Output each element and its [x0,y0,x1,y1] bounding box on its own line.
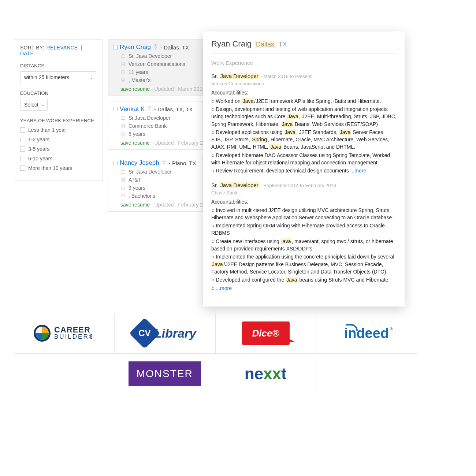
distance-value: within 25 kilometers [24,74,69,80]
accountabilities-heading: Accountabilities: [211,198,397,205]
accountability-item: Developed hibernate DAO Accessor Classes… [211,152,397,167]
job-dates: - March 2016 to Present [259,74,312,79]
work-experience-heading: Work Experience [211,59,397,67]
accountabilities-heading: Accountabilities: [211,89,397,96]
graduation-icon [120,78,126,83]
company-name: Commerce Bank [129,123,167,129]
svg-point-4 [149,107,150,108]
sort-by-label: SORT BY: [20,45,44,51]
candidate-name-link[interactable]: Ryan Craig [120,44,151,51]
expand-more-link[interactable]: ...more [216,285,232,291]
briefcase-icon [120,169,126,174]
accountability-item: Implemented Spring ORM wiring with Hiber… [211,222,397,237]
job-title: Sr. Java Developer [129,53,172,59]
careerbuilder-icon [34,325,51,342]
job-title: Sr. Java Developer [129,169,172,175]
expand-more-link[interactable]: ...more [350,168,367,174]
briefcase-icon [120,53,126,59]
accountability-item: Review Requirement, develop technical de… [211,167,397,174]
accountability-item: Involved in multi-tiered J2EE design uti… [211,207,397,222]
experience-option-label: More than 10 years [28,165,72,171]
years-experience: 11 years [129,69,148,75]
logo-nexxt: nexxt [215,354,316,394]
logo-monster: MONSTER [115,354,216,394]
job-entry: Sr. Java Developer - September 2014 to F… [211,181,397,292]
svg-rect-9 [121,171,125,174]
company-name: AT&T [129,177,141,183]
svg-rect-5 [121,117,125,120]
result-card[interactable]: Venkat K - Dallas, TX, TX Sr.Java Develo… [108,101,203,150]
candidate-location: - Dallas, TX, TX [154,106,193,112]
updated-date: - Updated : February 2018 [151,140,211,146]
clock-icon [120,131,126,137]
accountability-item: Implemented the application using the co… [211,253,397,275]
job-title: Sr. Java Developer [211,182,259,188]
sort-by-row: SORT BY: RELEVANCE | DATE [20,45,96,56]
graduation-icon [120,193,126,198]
checkbox-icon [20,146,25,152]
accountability-item: Worked on Java/J2EE framework APIs like … [211,97,397,105]
select-checkbox[interactable] [113,107,118,111]
logo-empty [316,354,417,394]
result-card[interactable]: Ryan Craig - Dallas, TX Sr. Java Develop… [108,39,203,96]
save-resume-link[interactable]: save resume [120,202,150,208]
experience-option[interactable]: More than 10 years [20,165,96,171]
years-experience: 9 years [129,185,145,191]
company-name: Verizon Communications [129,61,185,67]
checkbox-icon [20,156,25,161]
experience-label: YEARS OF WORK EXPERIENCE [20,118,96,123]
location-pin-icon [161,160,167,166]
sort-separator: | [81,45,82,51]
partner-logos: CAREER BUILDER® CV Library Dice® indeed … [14,313,417,394]
job-title: Sr. Java Developer [211,73,259,79]
logo-careerbuilder: CAREER BUILDER® [14,313,115,353]
save-resume-link[interactable]: save resume [120,140,150,146]
experience-option-label: Less than 1 year [28,127,66,133]
job-title: Sr.Java Developer [129,115,170,121]
education-value: Select [24,102,38,108]
svg-point-8 [163,161,164,162]
logo-dice: Dice® [216,313,316,353]
experience-option[interactable]: 6-10 years [20,156,96,161]
experience-option[interactable]: Less than 1 year [20,127,96,133]
select-checkbox[interactable] [113,161,118,165]
svg-point-0 [155,45,156,47]
experience-option-label: 6-10 years [28,156,52,161]
degree: , Bachelor's [129,193,155,199]
preview-candidate-name: Ryan Craig [211,39,252,48]
logo-empty [14,354,115,394]
experience-option[interactable]: 3-5 years [20,146,96,152]
candidate-name-link[interactable]: Venkat K [120,105,145,113]
sort-date[interactable]: DATE [20,51,34,56]
checkbox-icon [20,137,25,142]
job-company: Verizon Communications - [211,81,397,88]
logo-cvlibrary: CV Library [115,313,215,353]
building-icon [120,177,126,182]
result-card[interactable]: Nancy Joseph - Plano, TX Sr. Java Develo… [108,155,203,212]
clock-icon [120,185,126,190]
experience-option-label: 3-5 years [28,146,49,152]
degree: , Master's [129,77,150,83]
job-entry: Sr. Java Developer - March 2016 to Prese… [211,72,397,175]
candidate-location: - Plano, TX [169,160,196,166]
checkbox-icon [20,166,25,171]
accountability-item: ...more [211,285,397,292]
updated-date: - Updated : March 2018 [151,86,205,92]
sort-relevance[interactable]: RELEVANCE [47,45,78,51]
experience-option[interactable]: 1-2 years [20,137,96,142]
svg-rect-2 [122,62,124,66]
results-list: Ryan Craig - Dallas, TX Sr. Java Develop… [108,39,203,217]
years-experience: 8 years [129,131,145,137]
accountability-item: Developed and configured the Java beans … [211,276,397,283]
save-resume-link[interactable]: save resume [120,86,150,92]
education-select[interactable]: Select ⌄ [20,99,48,111]
svg-rect-6 [122,124,124,128]
chevron-down-icon: ⌄ [90,75,93,79]
candidate-location: - Dallas, TX [160,44,189,51]
updated-date: - Updated : February 2018 [151,202,211,208]
location-pin-icon [153,44,158,51]
distance-select[interactable]: within 25 kilometers ⌄ [20,71,96,83]
select-checkbox[interactable] [113,45,118,49]
candidate-name-link[interactable]: Nancy Joseph [120,159,159,167]
building-icon [120,123,126,129]
